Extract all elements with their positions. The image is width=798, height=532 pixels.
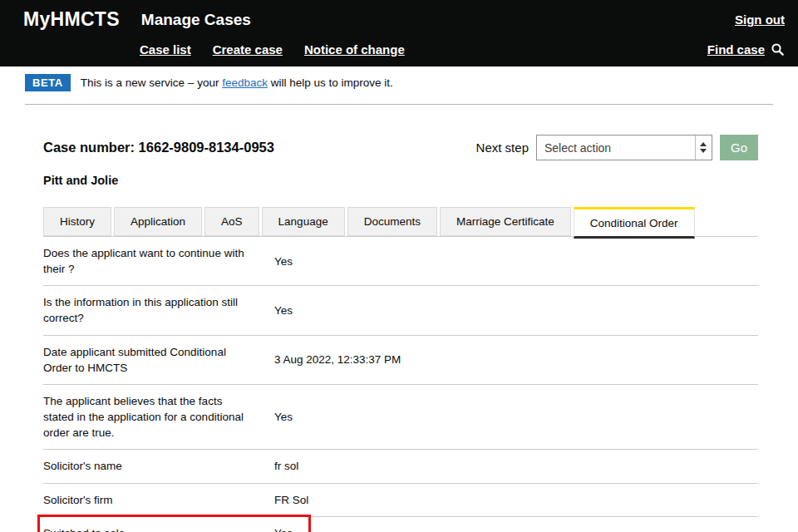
nav-find-case[interactable]: Find case — [707, 42, 765, 57]
case-name: Pitt and Jolie — [43, 174, 758, 187]
beta-text: This is a new service – your feedback wi… — [81, 76, 393, 89]
row-question: Solicitor's firm — [43, 492, 274, 508]
row-answer: Yes — [274, 409, 758, 425]
tab-aos[interactable]: AoS — [204, 207, 259, 236]
nav-case-list[interactable]: Case list — [140, 42, 191, 57]
feedback-link[interactable]: feedback — [222, 76, 268, 89]
go-button[interactable]: Go — [720, 135, 758, 160]
table-row: Is the information in this application s… — [43, 286, 758, 335]
tab-history[interactable]: History — [43, 207, 111, 236]
header-nav: Case list Create case Notice of change F… — [23, 42, 785, 57]
myhmcts-logo: MyHMCTS — [23, 8, 120, 31]
table-row: Does the applicant want to continue with… — [43, 237, 758, 286]
app-header: MyHMCTS Manage Cases Sign out Case list … — [0, 0, 798, 66]
header-top-row: MyHMCTS Manage Cases Sign out — [23, 8, 785, 31]
table-row-switched-to-sole: Switched to sole Yes — [43, 517, 758, 532]
select-stepper-icon — [695, 135, 712, 160]
nav-notice-of-change[interactable]: Notice of change — [304, 42, 405, 57]
row-question: Is the information in this application s… — [43, 294, 274, 326]
row-answer: fr sol — [274, 458, 758, 474]
row-answer: Yes — [274, 303, 758, 318]
case-number-heading: Case number: 1662-9809-8134-0953 — [43, 140, 274, 155]
find-case-wrap: Find case — [707, 42, 785, 57]
row-answer: FR Sol — [274, 492, 758, 508]
row-question: Switched to sole — [43, 525, 274, 532]
sign-out-link[interactable]: Sign out — [735, 12, 785, 27]
row-question: Date applicant submitted Conditional Ord… — [43, 344, 274, 376]
table-row: Solicitor's name fr sol — [43, 450, 758, 483]
row-answer: Yes — [274, 525, 758, 532]
next-step-label: Next step — [476, 140, 529, 155]
tab-marriage-certificate[interactable]: Marriage Certificate — [440, 207, 571, 236]
table-row: The applicant believes that the facts st… — [43, 385, 758, 450]
nav-create-case[interactable]: Create case — [213, 42, 283, 57]
next-step-select[interactable]: Select action — [536, 135, 712, 160]
row-answer: Yes — [274, 254, 758, 269]
table-row: Solicitor's firm FR Sol — [43, 484, 758, 517]
case-details-table: Does the applicant want to continue with… — [43, 236, 758, 532]
row-answer: 3 Aug 2022, 12:33:37 PM — [274, 352, 758, 367]
beta-bar: BETA This is a new service – your feedba… — [0, 66, 798, 105]
tab-documents[interactable]: Documents — [347, 207, 437, 236]
row-question: Does the applicant want to continue with… — [43, 245, 274, 277]
app-title: Manage Cases — [141, 11, 251, 29]
beta-inner: BETA This is a new service – your feedba… — [25, 66, 773, 105]
row-question: Solicitor's name — [43, 458, 274, 474]
search-icon[interactable] — [771, 42, 785, 57]
next-step-select-value: Select action — [544, 141, 611, 155]
row-question: The applicant believes that the facts st… — [43, 393, 274, 441]
main-content: Case number: 1662-9809-8134-0953 Next st… — [0, 105, 798, 532]
tab-bar: History Application AoS Language Documen… — [43, 207, 758, 236]
beta-text-after: will help us to improve it. — [268, 76, 393, 89]
case-header-row: Case number: 1662-9809-8134-0953 Next st… — [43, 135, 758, 160]
tab-application[interactable]: Application — [114, 207, 202, 236]
tab-language[interactable]: Language — [262, 207, 345, 236]
beta-text-before: This is a new service – your — [81, 76, 222, 89]
table-row: Date applicant submitted Conditional Ord… — [43, 336, 758, 385]
beta-badge: BETA — [25, 74, 71, 91]
tab-conditional-order[interactable]: Conditional Order — [574, 207, 695, 239]
next-step-wrap: Next step Select action Go — [476, 135, 758, 160]
